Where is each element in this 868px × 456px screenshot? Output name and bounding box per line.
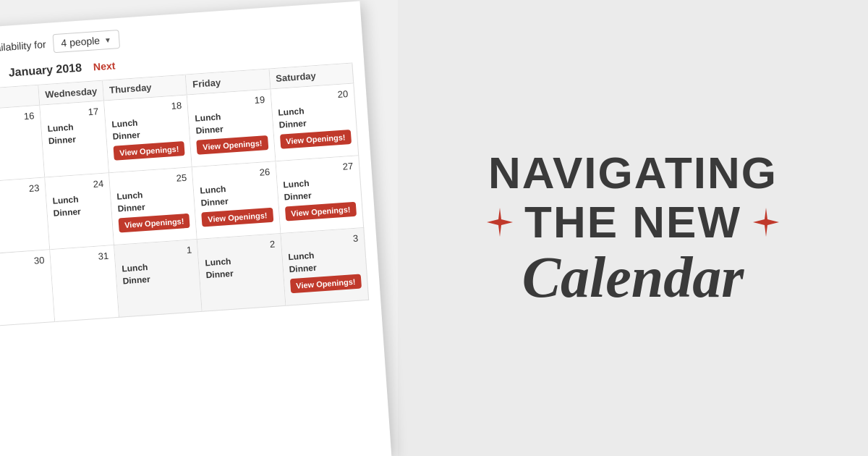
calendar-cell: 1LunchDinner	[114, 240, 203, 318]
cell-date: 24	[51, 178, 104, 193]
availability-label: e Availability for	[0, 38, 46, 55]
cell-date: 1	[121, 245, 192, 261]
chevron-down-icon: ▼	[104, 35, 112, 44]
cell-date: 16	[0, 110, 35, 124]
calendar-cell: 20LunchDinnerView Openings!	[271, 83, 359, 161]
people-value: 4 people	[61, 35, 101, 49]
month-title: January 2018	[8, 62, 82, 80]
headline-line1: NAVIGATING	[484, 148, 782, 198]
view-openings-button[interactable]: View Openings!	[280, 129, 352, 148]
star-right-icon	[750, 206, 782, 238]
calendar-cell: 27LunchDinnerView Openings!	[276, 156, 364, 234]
calendar-cell: 25LunchDinnerView Openings!	[109, 167, 197, 245]
view-openings-button[interactable]: View Openings!	[285, 201, 357, 221]
cell-date: 18	[111, 100, 182, 116]
calendar-cell: 23	[0, 178, 50, 254]
cell-date: 30	[0, 255, 45, 269]
cell-date: 27	[282, 161, 354, 177]
headline-line2-wrap: THE NEW	[484, 198, 782, 247]
star-left-icon	[484, 206, 516, 238]
people-select[interactable]: 4 people ▼	[53, 30, 120, 53]
calendar-grid: WednesdayThursdayFridaySaturday1617Lunch…	[0, 62, 369, 326]
calendar-panel: e Availability for 4 people ▼ Prev Janua…	[0, 1, 391, 456]
cell-date: 20	[277, 88, 349, 104]
calendar-cell: 30	[0, 250, 55, 326]
cell-date: 23	[0, 182, 40, 197]
calendar-cell: 17LunchDinner	[40, 101, 109, 178]
headline: NAVIGATING THE NEW Calendar	[484, 148, 782, 308]
cell-date: 31	[56, 250, 109, 265]
cell-date: 26	[199, 166, 271, 182]
view-openings-button[interactable]: View Openings!	[202, 207, 273, 227]
view-openings-button[interactable]: View Openings!	[119, 213, 190, 232]
view-openings-button[interactable]: View Openings!	[114, 141, 185, 161]
calendar-cell: 3LunchDinnerView Openings!	[281, 228, 369, 306]
cell-date: 2	[204, 239, 276, 255]
headline-line3: Calendar	[484, 247, 782, 308]
headline-line2: THE NEW	[524, 198, 741, 247]
calendar-cell: 19LunchDinnerView Openings!	[187, 89, 276, 167]
calendar-cell: 18LunchDinnerView Openings!	[104, 96, 192, 174]
view-openings-button[interactable]: View Openings!	[290, 274, 362, 293]
calendar-cell: 26LunchDinnerView Openings!	[192, 161, 281, 240]
cell-date: 25	[116, 172, 187, 188]
cell-date: 19	[194, 94, 265, 110]
calendar-cell: 2LunchDinner	[197, 234, 286, 312]
calendar-cell: 31	[50, 245, 119, 322]
cell-date: 17	[46, 106, 99, 120]
calendar-cell: 16	[0, 106, 45, 182]
right-panel: NAVIGATING THE NEW Calendar	[398, 0, 868, 456]
cell-date: 3	[287, 233, 359, 249]
next-button[interactable]: Next	[93, 59, 115, 72]
calendar-cell: 24LunchDinner	[45, 173, 114, 250]
view-openings-button[interactable]: View Openings!	[197, 135, 268, 155]
